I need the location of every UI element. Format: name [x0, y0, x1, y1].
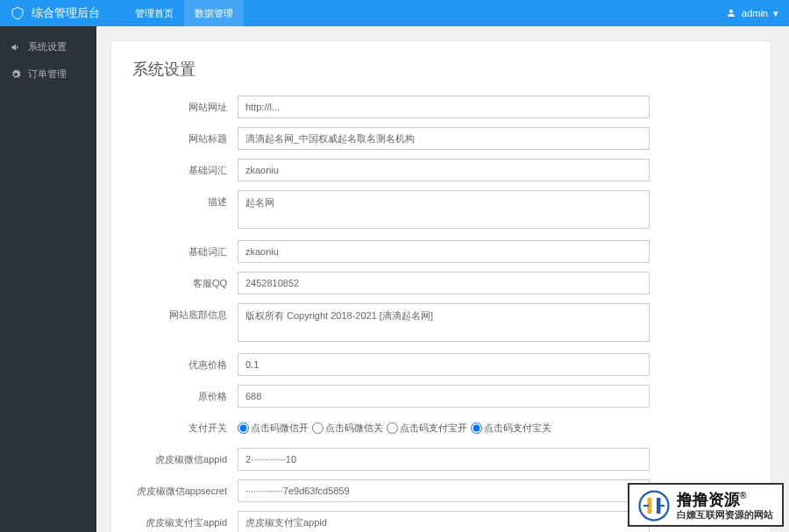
sidebar-item-label: 订单管理	[28, 67, 67, 81]
input-wx-appid[interactable]	[238, 448, 650, 471]
textarea-description[interactable]: 起名网	[238, 190, 650, 229]
shield-icon	[11, 5, 25, 21]
user-name: admin	[742, 8, 768, 18]
label-keywords2: 基础词汇	[132, 240, 238, 263]
gear-icon	[11, 69, 21, 80]
chevron-down-icon: ▾	[773, 8, 778, 19]
label-original-price: 原价格	[132, 385, 238, 408]
input-site-title[interactable]	[238, 127, 650, 150]
input-original-price[interactable]	[238, 385, 650, 408]
label-ali-appid: 虎皮椒支付宝appid	[132, 511, 238, 532]
radio-input[interactable]	[387, 422, 398, 434]
nav-home[interactable]: 管理首页	[124, 0, 184, 26]
radio-ali-on[interactable]: 点击码支付宝开	[387, 416, 467, 439]
radio-wx-off[interactable]: 点击码微信关	[312, 416, 383, 439]
label-promo-price: 优惠价格	[132, 353, 238, 376]
input-ali-appid[interactable]	[238, 511, 650, 532]
label-service-qq: 客服QQ	[132, 272, 238, 294]
watermark-subtitle: 白嫖互联网资源的网站	[677, 509, 773, 521]
input-keywords1[interactable]	[238, 159, 650, 181]
input-promo-price[interactable]	[238, 353, 650, 376]
user-menu[interactable]: admin ▾	[726, 8, 778, 19]
top-bar: 综合管理后台 管理首页 数据管理 admin ▾	[0, 0, 789, 26]
radio-ali-off[interactable]: 点击码支付宝关	[471, 416, 551, 439]
input-wx-appsecret[interactable]	[238, 479, 650, 502]
settings-panel: 系统设置 网站网址 网站标题 基础词汇 描述起名网 基础词汇 客服QQ 网站底部…	[110, 40, 771, 532]
label-footer-info: 网站底部信息	[132, 303, 238, 326]
top-left: 综合管理后台 管理首页 数据管理	[11, 0, 244, 26]
sidebar-item-label: 系统设置	[28, 40, 67, 53]
watermark: 撸撸资源® 白嫖互联网资源的网站	[628, 483, 784, 527]
input-service-qq[interactable]	[238, 272, 650, 294]
watermark-title: 撸撸资源®	[677, 491, 773, 510]
input-keywords2[interactable]	[238, 240, 650, 263]
label-description: 描述	[132, 190, 238, 213]
input-site-url[interactable]	[238, 96, 650, 118]
radio-input[interactable]	[312, 422, 323, 434]
nav-data[interactable]: 数据管理	[184, 0, 244, 26]
main-content: 系统设置 网站网址 网站标题 基础词汇 描述起名网 基础词汇 客服QQ 网站底部…	[96, 26, 789, 532]
label-wx-appid: 虎皮椒微信appid	[132, 448, 238, 471]
page-title: 系统设置	[132, 59, 750, 80]
label-pay-switch: 支付开关	[132, 416, 238, 439]
radio-wx-on[interactable]: 点击码微信开	[238, 416, 309, 439]
volume-icon	[11, 42, 21, 53]
top-nav: 管理首页 数据管理	[124, 0, 244, 26]
label-keywords1: 基础词汇	[132, 159, 238, 181]
sidebar: 系统设置 订单管理	[0, 26, 96, 532]
radio-input[interactable]	[471, 422, 482, 434]
label-site-title: 网站标题	[132, 127, 238, 150]
sidebar-item-orders[interactable]: 订单管理	[0, 60, 96, 88]
user-icon	[726, 8, 736, 18]
sidebar-item-system[interactable]: 系统设置	[0, 33, 96, 60]
label-wx-appsecret: 虎皮椒微信appsecret	[132, 479, 238, 502]
label-site-url: 网站网址	[132, 96, 238, 118]
radio-input[interactable]	[238, 422, 249, 434]
textarea-footer-info[interactable]: 版权所有 Copyright 2018-2021 [滴滴起名网]	[238, 303, 650, 342]
radio-group-pay-switch: 点击码微信开 点击码微信关 点击码支付宝开 点击码支付宝关	[238, 416, 650, 439]
brand-title: 综合管理后台	[32, 5, 100, 21]
watermark-logo-icon	[638, 490, 670, 521]
